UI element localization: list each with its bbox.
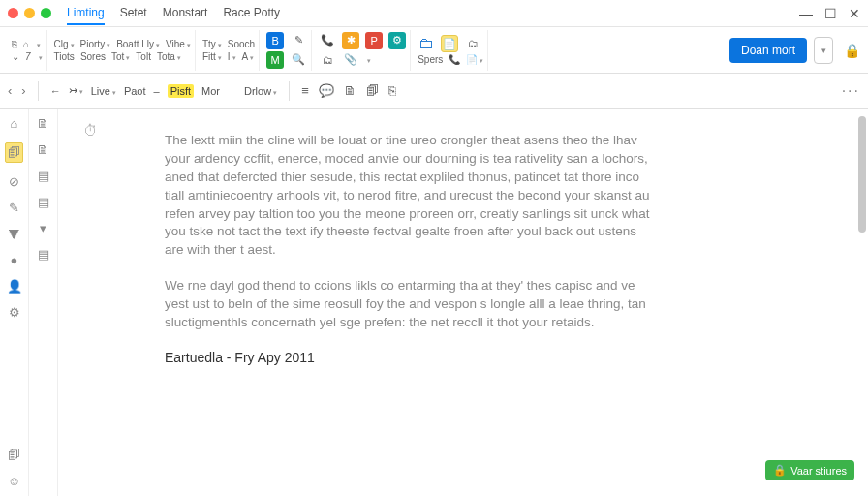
tb-lines-icon[interactable]: ≡ <box>301 83 309 98</box>
rail-gear-icon[interactable]: ⚙ <box>9 305 20 320</box>
nav4-icon[interactable]: ⌄ <box>12 51 19 62</box>
rb-sooch[interactable]: Sooch <box>228 39 255 49</box>
badge-lock-icon: 🔒 <box>773 464 787 477</box>
menu-limting[interactable]: Limting <box>67 2 105 25</box>
tb-pisft[interactable]: Pisft <box>168 84 194 98</box>
win-close-icon[interactable]: ✕ <box>849 6 860 21</box>
nav-fwd-icon[interactable]: › <box>21 83 25 98</box>
rail-home-icon[interactable]: ⌂ <box>11 116 18 131</box>
nav2-icon[interactable]: ⌂ <box>23 39 29 49</box>
folder1-icon[interactable]: 🗀 <box>418 35 435 52</box>
traffic-max[interactable] <box>41 8 51 18</box>
rail2-d-icon[interactable]: ▤ <box>38 195 49 209</box>
rb-tota[interactable]: Tota <box>157 51 181 62</box>
lock-icon[interactable]: 🔒 <box>844 43 860 58</box>
rb-boatt[interactable]: Boatt Lly <box>116 39 160 49</box>
tb-paot[interactable]: Paot <box>124 85 146 97</box>
menu-racepotty[interactable]: Race Potty <box>223 2 280 25</box>
rb-clg[interactable]: Clg <box>54 39 75 49</box>
menu-monstart[interactable]: Monstart <box>163 2 208 25</box>
icon-star[interactable]: ✱ <box>342 32 359 49</box>
rail-block-icon[interactable]: ⊘ <box>9 174 19 189</box>
rail-doc-icon[interactable]: 🗐 <box>8 448 20 462</box>
icon-p[interactable]: P <box>365 32 383 49</box>
sp-doc-icon[interactable]: 📄 <box>466 54 483 65</box>
sp-phone-icon[interactable]: 📞 <box>449 54 460 65</box>
signature-line: Eartuedla - Fry Apy 2011 <box>165 350 659 365</box>
tb-chat-icon[interactable]: 💬 <box>319 83 334 98</box>
nav5-icon[interactable]: 7 <box>25 51 31 62</box>
nav3-icon[interactable] <box>35 39 41 49</box>
primary-button[interactable]: Doan mort <box>729 38 807 63</box>
rail2-f-icon[interactable]: ▤ <box>38 247 49 262</box>
rail2-c-icon[interactable]: ▤ <box>38 169 49 183</box>
rb-tiots[interactable]: Tiots <box>54 51 75 62</box>
rb-tty[interactable]: Tty <box>202 39 222 49</box>
nav1-icon[interactable]: ⎘ <box>12 39 17 49</box>
rail2-e-icon[interactable]: ▾ <box>40 221 46 235</box>
scrollbar[interactable] <box>858 116 866 232</box>
rail2-b-icon[interactable]: 🗎 <box>37 142 49 157</box>
rb-tot[interactable]: Tot <box>111 51 130 62</box>
tb-drlow[interactable]: Drlow <box>244 85 277 97</box>
rail-dot-icon[interactable]: ● <box>11 253 18 267</box>
tb-pages-icon[interactable]: 🗐 <box>366 83 379 98</box>
menu-setet[interactable]: Setet <box>120 2 147 25</box>
rail-smile-icon[interactable]: ☺ <box>8 474 20 488</box>
rail-pin-icon[interactable]: ✎ <box>9 201 19 215</box>
rb-fitt[interactable]: Fitt <box>202 51 222 62</box>
primary-dropdown[interactable]: ▾ <box>814 37 833 64</box>
icon-gear[interactable]: ⚙ <box>388 32 406 49</box>
tb-dash: – <box>154 85 160 97</box>
win-max-icon[interactable]: ☐ <box>824 6 837 21</box>
rail2-a-icon[interactable]: 🗎 <box>37 116 49 131</box>
rail-user-icon[interactable]: 👤 <box>7 279 22 294</box>
folder3-icon[interactable]: 🗂 <box>464 35 481 52</box>
tb-moc[interactable]: Mor <box>202 85 220 97</box>
win-min-icon[interactable]: — <box>799 6 813 21</box>
paragraph-2: We rne dayl god thend to ccions likls co… <box>165 277 659 332</box>
rail-note-icon[interactable]: 🗐 <box>5 142 23 163</box>
icon-clip[interactable]: 📎 <box>342 51 359 69</box>
spers-label[interactable]: Spers <box>418 54 443 65</box>
rb-a[interactable]: A <box>242 51 255 62</box>
tb-page-icon[interactable]: 🗎 <box>344 83 356 98</box>
nav6-icon[interactable] <box>37 51 43 62</box>
rb-piorty[interactable]: Piorty <box>80 39 111 49</box>
traffic-close[interactable] <box>8 8 18 18</box>
rb-tolt[interactable]: Tolt <box>136 51 151 62</box>
rail-down-icon[interactable]: ⯆ <box>8 227 20 241</box>
status-badge[interactable]: 🔒 Vaar stiures <box>765 460 854 480</box>
icon-b[interactable]: B <box>266 32 284 49</box>
nav-fwd2-icon[interactable]: ↣ <box>69 84 83 97</box>
rb-i[interactable]: I <box>228 51 236 62</box>
nav-back-icon[interactable]: ‹ <box>8 83 12 98</box>
icon-m[interactable]: M <box>266 51 284 69</box>
icon-more[interactable] <box>365 54 371 65</box>
paragraph-1: The lextt miin the cline will be louat o… <box>165 132 659 260</box>
icon-pen[interactable]: ✎ <box>290 32 307 49</box>
icon-folder2[interactable]: 🗂 <box>319 51 336 69</box>
icon-search[interactable]: 🔍 <box>290 51 307 69</box>
tb-copy-icon[interactable]: ⎘ <box>388 83 396 98</box>
traffic-min[interactable] <box>24 8 35 18</box>
tb-more-icon[interactable]: ··· <box>842 82 860 100</box>
note-icon[interactable]: 📄 <box>441 35 458 52</box>
icon-phone[interactable]: 📞 <box>319 32 336 49</box>
rb-vihe[interactable]: Vihe <box>166 39 191 49</box>
badge-label: Vaar stiures <box>790 465 847 477</box>
nav-back2-icon[interactable]: ← <box>50 85 61 97</box>
rb-sores[interactable]: Sores <box>80 51 106 62</box>
tb-live[interactable]: Live <box>91 85 116 97</box>
stopwatch-icon[interactable]: ⏱ <box>83 122 98 139</box>
